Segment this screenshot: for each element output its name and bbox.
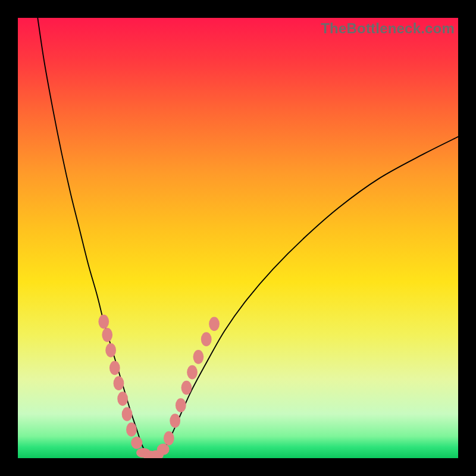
curve-marker [181, 381, 192, 395]
curve-marker [109, 361, 120, 375]
curve-marker [157, 444, 170, 455]
curve-layer [18, 18, 458, 458]
chart-frame: TheBottleneck.com [0, 0, 476, 476]
curve-marker [117, 392, 128, 406]
curve-marker [164, 431, 174, 446]
curve-marker [114, 376, 124, 390]
bottleneck-curve [37, 18, 458, 456]
curve-marker [126, 422, 137, 437]
curve-marker [105, 343, 116, 358]
curve-marker [176, 398, 186, 412]
curve-marker [131, 437, 142, 449]
marker-group [98, 315, 219, 458]
curve-marker [187, 365, 198, 380]
curve-marker [122, 407, 133, 421]
curve-marker [170, 414, 180, 428]
plot-area: TheBottleneck.com [18, 18, 458, 458]
curve-marker [98, 315, 109, 329]
curve-marker [201, 332, 212, 346]
curve-marker [209, 317, 220, 331]
curve-marker [193, 350, 204, 364]
curve-marker [102, 328, 112, 342]
